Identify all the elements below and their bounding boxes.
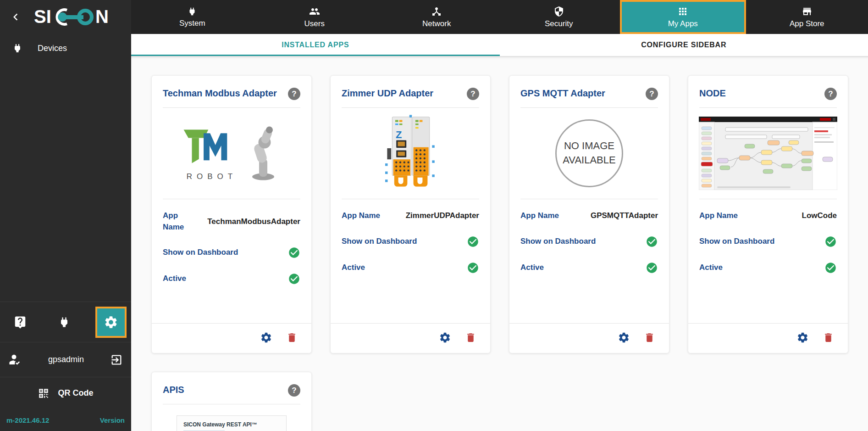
field-app-name: App Name GPSMQTTAdapter — [520, 210, 658, 222]
delete-app-button[interactable] — [465, 332, 476, 343]
sidebar-item-label: Devices — [38, 44, 67, 53]
app-card-apis: APIS ? SICON Gateway REST API™ — [151, 372, 312, 431]
gear-icon — [104, 315, 118, 330]
nav-item-app-store[interactable]: App Store — [746, 0, 868, 34]
app-name-value: ZimmerUDPAdapter — [406, 211, 479, 220]
collapse-sidebar-button[interactable] — [6, 8, 25, 26]
qr-code-button[interactable]: QR Code — [0, 377, 131, 409]
app-name-value: TechmanModbusAdapter — [207, 217, 300, 226]
field-app-name: App Name LowCode — [699, 210, 837, 222]
field-active: Active — [520, 262, 658, 274]
tm-robot-caption: ROBOT — [182, 172, 241, 181]
nav-item-users[interactable]: Users — [254, 0, 376, 34]
check-circle-icon — [646, 235, 658, 248]
app-name-value: GPSMQTTAdapter — [591, 211, 658, 220]
settings-button-highlighted[interactable] — [95, 307, 127, 338]
nav-label: Users — [304, 19, 325, 28]
delete-app-button[interactable] — [823, 332, 834, 343]
field-show-on-dashboard: Show on Dashboard — [163, 246, 300, 259]
user-check-icon — [8, 353, 22, 367]
sidebar-spacer — [0, 62, 131, 302]
people-icon — [309, 6, 320, 17]
logout-button[interactable] — [110, 353, 123, 366]
field-label: Show on Dashboard — [163, 247, 238, 258]
plug-icon — [12, 43, 23, 54]
help-icon[interactable]: ? — [646, 88, 658, 100]
user-row: gpsadmin — [0, 342, 131, 377]
nav-item-security[interactable]: Security — [498, 0, 620, 34]
field-label: Active — [163, 273, 186, 285]
no-image-available-badge: NO IMAGE AVAILABLE — [555, 119, 623, 187]
plug-icon — [187, 6, 197, 17]
tab-configure-sidebar[interactable]: CONFIGURE SIDEBAR — [500, 34, 868, 56]
check-circle-icon — [824, 262, 837, 274]
help-icon[interactable]: ? — [288, 384, 300, 397]
no-image-line1: NO IMAGE — [564, 139, 614, 153]
field-label: Active — [520, 262, 544, 274]
field-label: App Name — [699, 210, 738, 222]
field-app-name: App Name ZimmerUDPAdapter — [342, 210, 479, 222]
shield-icon — [553, 6, 564, 17]
configure-app-button[interactable] — [260, 331, 272, 344]
app-card-gps-mqtt-adapter: GPS MQTT Adapter ? NO IMAGE AVAILABLE Ap… — [509, 75, 669, 353]
app-image-tm-robot: ROBOT — [152, 108, 311, 199]
nav-label: My Apps — [668, 19, 698, 28]
app-window: SI N Devices — [0, 0, 868, 431]
usb-plug-icon — [58, 316, 71, 329]
version-label: Version — [100, 416, 125, 424]
nav-item-network[interactable]: Network — [376, 0, 498, 34]
configure-app-button[interactable] — [439, 331, 451, 344]
check-circle-icon — [824, 235, 837, 248]
delete-app-button[interactable] — [286, 332, 298, 343]
field-label: Show on Dashboard — [699, 236, 774, 247]
card-header: Zimmer UDP Adapter ? — [331, 76, 490, 107]
card-actions — [509, 323, 669, 353]
card-actions — [688, 323, 848, 353]
field-label: App Name — [342, 210, 380, 222]
storefront-icon — [802, 6, 813, 17]
nav-item-system[interactable]: System — [131, 0, 254, 34]
card-title: APIS — [163, 384, 184, 395]
card-actions — [331, 323, 490, 353]
rest-api-doc-preview: SICON Gateway REST API™ — [177, 415, 287, 431]
help-icon[interactable]: ? — [288, 88, 300, 100]
nav-label: Network — [422, 19, 451, 28]
card-header: GPS MQTT Adapter ? — [509, 76, 669, 107]
user-name: gpsadmin — [48, 355, 84, 364]
card-header: APIS ? — [152, 372, 311, 404]
app-image-rest-api-doc: SICON Gateway REST API™ — [152, 404, 311, 431]
svg-text:Z: Z — [396, 129, 402, 140]
version-row: m-2021.46.12 Version — [0, 409, 131, 431]
field-label: App Name — [163, 210, 191, 233]
field-label: Show on Dashboard — [520, 236, 596, 247]
configure-app-button[interactable] — [618, 331, 630, 344]
nav-label: System — [179, 19, 205, 28]
check-circle-icon — [646, 262, 658, 274]
check-circle-icon — [288, 246, 300, 259]
app-image-zimmer-device: Z — [331, 108, 490, 199]
card-fields: App Name ZimmerUDPAdapter Show on Dashbo… — [331, 199, 490, 288]
help-chat-button[interactable] — [7, 309, 33, 335]
robot-arm-graphic — [246, 126, 281, 181]
nav-label: App Store — [790, 19, 824, 28]
version-value: m-2021.46.12 — [6, 416, 49, 424]
sidebar-item-devices[interactable]: Devices — [0, 34, 131, 62]
tab-installed-apps[interactable]: INSTALLED APPS — [131, 34, 500, 56]
help-icon[interactable]: ? — [824, 88, 837, 100]
card-actions — [152, 323, 311, 353]
sicon-logo: SI N — [29, 6, 125, 28]
nav-item-my-apps-active[interactable]: My Apps — [620, 0, 746, 34]
qr-code-label: QR Code — [58, 388, 93, 398]
field-show-on-dashboard: Show on Dashboard — [342, 235, 479, 248]
configure-app-button[interactable] — [796, 331, 809, 344]
app-name-value: LowCode — [802, 211, 837, 220]
usb-device-button[interactable] — [51, 309, 77, 335]
qr-code-icon — [38, 387, 50, 399]
top-navigation: System Users Network Security — [131, 0, 868, 34]
delete-app-button[interactable] — [644, 332, 655, 343]
help-icon[interactable]: ? — [467, 88, 479, 100]
field-show-on-dashboard: Show on Dashboard — [520, 235, 658, 248]
app-card-node: NODE ? — [688, 75, 848, 353]
app-image-placeholder: NO IMAGE AVAILABLE — [509, 108, 669, 199]
apps-grid-icon — [677, 6, 688, 17]
